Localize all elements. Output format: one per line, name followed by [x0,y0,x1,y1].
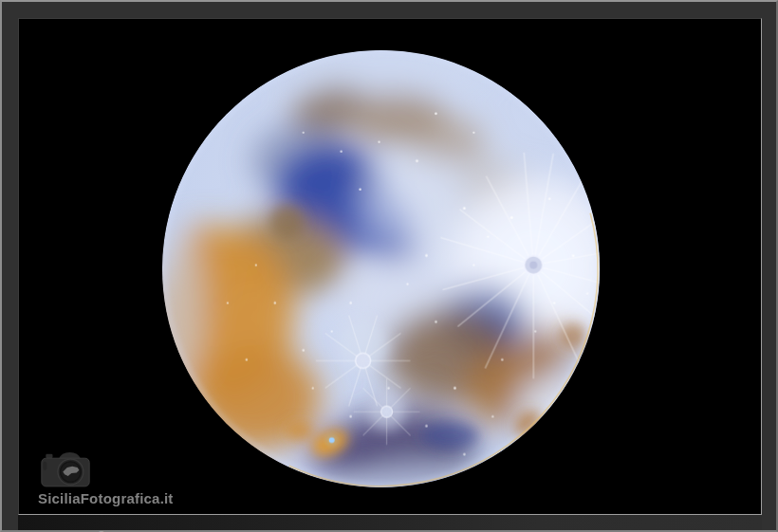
photo-frame: SiciliaFotografica.it Copyright © www.si… [0,0,778,532]
copyright-bar: Copyright © www.siciliafotografica.it - … [18,515,762,530]
moon-terrain-regions [157,42,625,510]
small-ray-crater [354,378,420,445]
camera-icon [40,448,91,489]
photo-area: SiciliaFotografica.it [18,18,762,515]
bright-blue-crater [326,434,338,446]
watermark: SiciliaFotografica.it [38,448,228,506]
watermark-label: SiciliaFotografica.it [38,490,228,506]
moon-image [19,19,761,514]
